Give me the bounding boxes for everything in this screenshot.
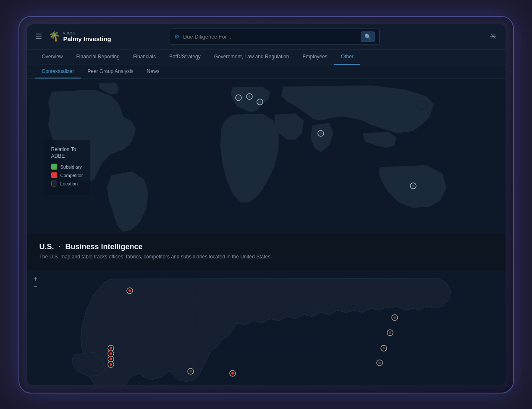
- svg-point-36: [389, 331, 391, 334]
- sub-tabs: Contextualizer Peer Group Analysis News: [27, 65, 506, 79]
- main-content: Relation ToADBE Subsidiary Competitor Lo…: [27, 79, 506, 385]
- settings-icon[interactable]: ✳: [490, 31, 497, 42]
- tab-overview[interactable]: Overview: [35, 49, 70, 65]
- map-legend: Relation ToADBE Subsidiary Competitor Lo…: [44, 140, 91, 195]
- svg-point-6: [259, 101, 261, 103]
- svg-point-10: [412, 185, 414, 187]
- world-map-svg: [27, 79, 506, 234]
- subsidiary-dot: [51, 164, 57, 170]
- legend-title: Relation ToADBE: [51, 146, 83, 160]
- location-label: Location: [60, 181, 78, 186]
- subsidiary-label: Subsidiary: [60, 164, 82, 169]
- zoom-controls: + −: [34, 276, 37, 290]
- bi-separator: ·: [59, 242, 61, 251]
- search-input[interactable]: [183, 34, 357, 40]
- svg-point-4: [248, 95, 251, 98]
- location-dot: [51, 181, 57, 187]
- svg-point-34: [393, 316, 396, 319]
- legend-competitor: Competitor: [51, 172, 83, 178]
- svg-point-8: [320, 132, 322, 135]
- competitor-label: Competitor: [60, 173, 83, 178]
- logo-area: 🌴 v. 0.2.2 Palmy Investing: [49, 31, 111, 42]
- tab-financials[interactable]: Financials: [126, 49, 162, 65]
- bi-title: U.S. · Business Intelligence: [39, 242, 493, 251]
- us-map-section: + −: [27, 271, 506, 385]
- app-container: ☰ 🌴 v. 0.2.2 Palmy Investing ⚙ 🔍 ✳ Overv…: [27, 24, 506, 385]
- legend-location: Location: [51, 181, 83, 187]
- svg-point-38: [383, 347, 385, 349]
- bi-section-header: U.S. · Business Intelligence The U.S. ma…: [27, 234, 506, 271]
- tab-government[interactable]: Government, Law and Regulation: [207, 49, 296, 65]
- nav-tabs: Overview Financial Reporting Financials …: [27, 49, 506, 65]
- tab-bofd-strategy[interactable]: BofD/Strategy: [162, 49, 207, 65]
- zoom-out-button[interactable]: −: [34, 283, 37, 290]
- header: ☰ 🌴 v. 0.2.2 Palmy Investing ⚙ 🔍 ✳: [27, 24, 506, 49]
- svg-point-20: [128, 289, 131, 292]
- subtab-contextualizer[interactable]: Contextualizer: [35, 65, 81, 78]
- world-map-section: Relation ToADBE Subsidiary Competitor Lo…: [27, 79, 506, 234]
- device-frame: ☰ 🌴 v. 0.2.2 Palmy Investing ⚙ 🔍 ✳ Overv…: [18, 16, 514, 393]
- logo-icon: 🌴: [49, 31, 60, 42]
- tab-financial-reporting[interactable]: Financial Reporting: [70, 49, 126, 65]
- svg-point-22: [110, 347, 112, 349]
- svg-point-24: [110, 352, 112, 355]
- us-map-svg: [27, 271, 506, 385]
- bi-description: The U.S. map and table tracks offices, f…: [39, 254, 493, 260]
- logo-version: v. 0.2.2: [63, 31, 111, 35]
- tab-employees[interactable]: Employees: [296, 49, 334, 65]
- competitor-dot: [51, 172, 57, 178]
- search-bar: ⚙ 🔍: [170, 29, 380, 45]
- svg-point-2: [237, 96, 240, 99]
- bi-section-title: Business Intelligence: [66, 242, 143, 251]
- subtab-peer-group[interactable]: Peer Group Analysis: [81, 65, 140, 78]
- bi-region: U.S.: [39, 242, 54, 251]
- logo-text-area: v. 0.2.2 Palmy Investing: [63, 31, 111, 42]
- svg-point-26: [110, 358, 112, 360]
- tab-other[interactable]: Other: [334, 49, 360, 65]
- legend-subsidiary: Subsidiary: [51, 164, 83, 170]
- search-button[interactable]: 🔍: [361, 31, 375, 42]
- logo-name: Palmy Investing: [63, 35, 111, 42]
- hamburger-icon[interactable]: ☰: [35, 32, 42, 41]
- svg-point-28: [110, 363, 112, 366]
- svg-point-32: [231, 372, 234, 375]
- subtab-news[interactable]: News: [140, 65, 166, 78]
- search-gear-icon: ⚙: [174, 33, 180, 40]
- svg-point-40: [378, 362, 381, 364]
- zoom-in-button[interactable]: +: [34, 276, 37, 282]
- svg-point-30: [189, 370, 192, 373]
